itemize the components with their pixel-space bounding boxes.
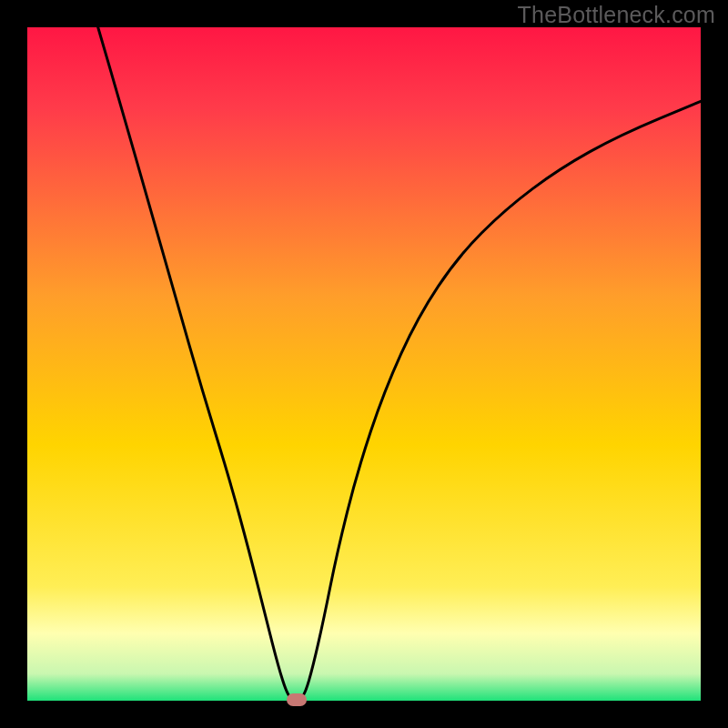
chart-background-gradient	[27, 27, 701, 701]
optimal-point-marker	[287, 693, 307, 706]
chart-frame: TheBottleneck.com	[0, 0, 728, 728]
watermark-text: TheBottleneck.com	[518, 2, 715, 28]
plot-area	[27, 27, 701, 701]
